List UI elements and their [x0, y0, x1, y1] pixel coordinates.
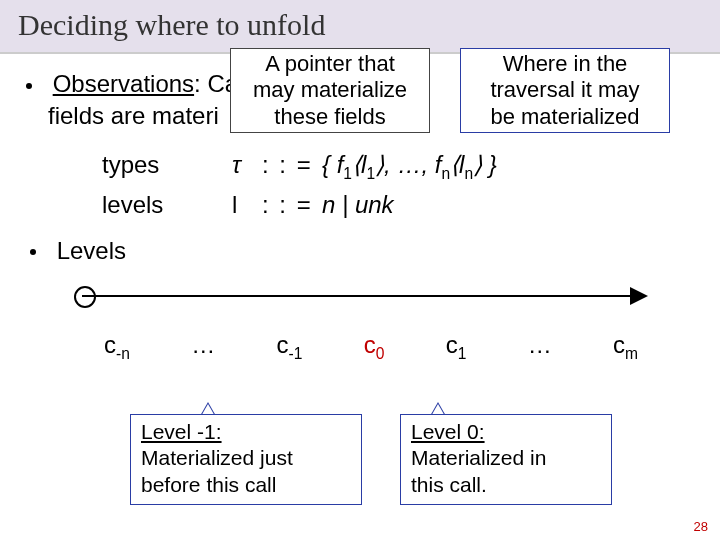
- rhs-subnb: n: [464, 165, 473, 182]
- types-label: types: [102, 151, 232, 183]
- arrow-head-icon: [630, 287, 648, 305]
- levels-bullet-label: Levels: [57, 237, 126, 264]
- rhs-sub1a: 1: [343, 165, 352, 182]
- bullet-icon-2: [30, 249, 36, 255]
- callout-where-l2: traversal it may: [467, 77, 663, 103]
- cm-base: c: [613, 331, 625, 358]
- cm-sub: m: [625, 344, 638, 361]
- types-symbol: τ: [232, 151, 262, 183]
- callout-where: Where in the traversal it may be materia…: [460, 48, 670, 133]
- bullet-icon: [26, 83, 32, 89]
- observations-label: Observations: [53, 70, 194, 97]
- c-one: c1: [446, 331, 467, 363]
- slide-body: Observations: Ca n fields are materi a c…: [0, 54, 720, 362]
- rhs-ang1: ⟨l: [352, 151, 366, 178]
- callout-where-l1: Where in the: [467, 51, 663, 77]
- rhs-open: { f: [322, 151, 343, 178]
- c1-base: c: [446, 331, 458, 358]
- arrow-line: [82, 295, 632, 297]
- note-level-neg1: Level -1: Materialized just before this …: [130, 414, 362, 505]
- c0-base: c: [364, 331, 376, 358]
- c-neg-1: c-1: [277, 331, 303, 363]
- note-0-hdr: Level 0:: [411, 420, 485, 443]
- levels-bullet: Levels: [26, 237, 688, 265]
- rhs-ang2: ⟨l: [450, 151, 464, 178]
- c0-sub: 0: [376, 344, 385, 361]
- obs-text-2: fields are materi: [48, 102, 219, 129]
- slide: Deciding where to unfold Observations: C…: [0, 0, 720, 540]
- note-neg1-l3: before this call: [141, 473, 276, 496]
- callout-where-l3: be materialized: [467, 104, 663, 130]
- rhs-sub1b: 1: [366, 165, 375, 182]
- note-neg1-hdr: Level -1:: [141, 420, 222, 443]
- note-neg1-l2: Materialized just: [141, 446, 293, 469]
- levels-symbol: l: [232, 191, 262, 219]
- c-m: cm: [613, 331, 638, 363]
- page-number: 28: [694, 519, 708, 534]
- rhs-subna: n: [441, 165, 450, 182]
- c-neg-n-sub: -n: [116, 344, 130, 361]
- levels-op: : : =: [262, 191, 322, 219]
- c1-sub: 1: [458, 344, 467, 361]
- callout-pointer-l3: these fields: [237, 104, 423, 130]
- callout-pointer-l2: may materialize: [237, 77, 423, 103]
- arrow-start-circle: [74, 286, 96, 308]
- rhs-close: ⟩ }: [473, 151, 497, 178]
- c-neg-n: c-n: [104, 331, 130, 363]
- types-rhs: { f1⟨l1⟩, …, fn⟨ln⟩ }: [322, 151, 688, 183]
- note-0-l3: this call.: [411, 473, 487, 496]
- callout-pointer-l1: A pointer that: [237, 51, 423, 77]
- c-dots-2: …: [528, 331, 552, 363]
- callout-pointer: A pointer that may materialize these fie…: [230, 48, 430, 133]
- note-0-l2: Materialized in: [411, 446, 546, 469]
- c-sequence: c-n … c-1 c0 c1 … cm: [22, 331, 688, 363]
- rhs-mid: ⟩, …, f: [375, 151, 441, 178]
- c-neg1-base: c: [277, 331, 289, 358]
- timeline-arrow: [82, 273, 648, 321]
- grammar-block: types τ : : = { f1⟨l1⟩, …, fn⟨ln⟩ } leve…: [102, 151, 688, 219]
- types-op: : : =: [262, 151, 322, 183]
- title-bar: Deciding where to unfold: [0, 0, 720, 54]
- c-neg-n-base: c: [104, 331, 116, 358]
- note-level-0: Level 0: Materialized in this call.: [400, 414, 612, 505]
- levels-rhs: n | unk: [322, 191, 688, 219]
- c-dots-1: …: [191, 331, 215, 363]
- slide-title: Deciding where to unfold: [18, 8, 325, 41]
- c-zero: c0: [364, 331, 385, 363]
- c-neg1-sub: -1: [289, 344, 303, 361]
- levels-label: levels: [102, 191, 232, 219]
